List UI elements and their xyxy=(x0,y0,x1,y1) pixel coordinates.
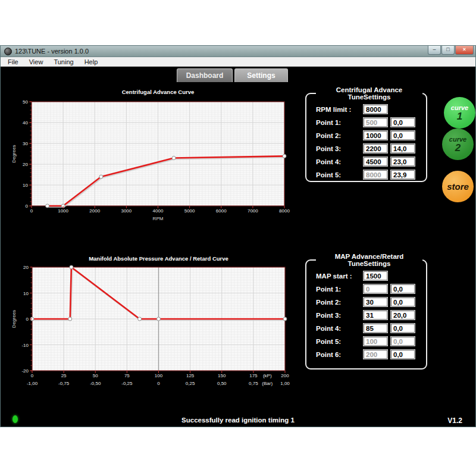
button-label: 2 xyxy=(455,143,461,153)
point-value-input[interactable] xyxy=(364,298,387,306)
point-value-input xyxy=(364,170,387,179)
svg-text:8000: 8000 xyxy=(279,208,290,214)
svg-text:5000: 5000 xyxy=(184,208,195,214)
settings-row: Point 3: xyxy=(316,310,422,320)
svg-text:RPM: RPM xyxy=(153,216,164,221)
point-label: Point 2: xyxy=(316,132,364,139)
point-value-input[interactable] xyxy=(391,131,415,140)
centrifugal-settings-fieldset: Centrifugal Advance TuneSettings RPM lim… xyxy=(305,86,427,182)
point-label: RPM limit : xyxy=(316,106,364,113)
svg-text:0: 0 xyxy=(30,208,33,214)
point-label: Point 5: xyxy=(316,171,364,178)
point-value-input[interactable] xyxy=(391,311,415,320)
point-label: Point 3: xyxy=(316,312,364,319)
map-settings-panel: MAP Advance/Retard TuneSettings MAP star… xyxy=(305,253,427,369)
point-value-input[interactable] xyxy=(391,118,415,127)
version-label: V1.2 xyxy=(447,416,462,425)
settings-row: Point 2: xyxy=(316,297,422,307)
close-icon[interactable]: × xyxy=(455,46,474,55)
point-label: Point 4: xyxy=(316,325,364,332)
point-value-input[interactable] xyxy=(391,298,415,306)
store-button[interactable]: store xyxy=(442,171,474,202)
point-value-input[interactable] xyxy=(364,324,387,333)
point-value-input xyxy=(364,350,387,359)
svg-text:7000: 7000 xyxy=(248,208,258,214)
svg-text:20: 20 xyxy=(23,162,28,167)
svg-text:-10: -10 xyxy=(21,343,29,348)
settings-row: Point 5: xyxy=(316,170,422,180)
svg-text:0: 0 xyxy=(26,203,29,209)
point-value-input[interactable] xyxy=(364,311,387,320)
point-value-input[interactable] xyxy=(391,324,415,333)
menu-item-tuning[interactable]: Tuning xyxy=(48,58,79,66)
curve-2-button[interactable]: curve2 xyxy=(442,129,474,160)
point-label: Point 1: xyxy=(316,286,364,293)
point-label: Point 4: xyxy=(316,158,364,165)
svg-text:-0,25: -0,25 xyxy=(121,381,133,386)
point-value-input[interactable] xyxy=(364,144,387,153)
button-label: curve xyxy=(451,105,468,111)
map-settings-fieldset: MAP Advance/Retard TuneSettings MAP star… xyxy=(305,253,427,369)
svg-text:125: 125 xyxy=(186,373,195,378)
svg-text:75: 75 xyxy=(124,373,130,378)
menu-item-file[interactable]: File xyxy=(2,58,24,66)
svg-text:20: 20 xyxy=(23,265,29,270)
point-value-input xyxy=(364,284,387,293)
settings-row: RPM limit : xyxy=(316,104,422,114)
menu-item-help[interactable]: Help xyxy=(79,58,104,66)
point-value-input[interactable] xyxy=(391,157,415,166)
point-value-input xyxy=(364,118,387,127)
svg-text:-0,75: -0,75 xyxy=(58,381,70,386)
svg-text:10: 10 xyxy=(23,183,28,188)
point-label: Point 5: xyxy=(316,338,364,345)
svg-text:Degrees: Degrees xyxy=(11,310,17,328)
svg-text:0,25: 0,25 xyxy=(186,381,195,386)
minimize-icon[interactable]: – xyxy=(428,46,441,55)
point-label: Point 2: xyxy=(316,299,364,306)
menu-bar: File View Tuning Help xyxy=(1,57,475,67)
settings-row: Point 6: xyxy=(316,349,422,359)
settings-row: MAP start : xyxy=(316,271,422,281)
client-area: Dashboard Settings 010002000300040005000… xyxy=(1,67,475,427)
point-value-input[interactable] xyxy=(391,170,415,179)
maximize-icon[interactable]: □ xyxy=(441,46,455,55)
point-value-input[interactable] xyxy=(391,350,415,359)
svg-text:40: 40 xyxy=(23,120,28,126)
svg-text:1000: 1000 xyxy=(58,208,68,214)
point-value-input[interactable] xyxy=(364,271,387,280)
tab-bar: Dashboard Settings xyxy=(177,68,288,82)
svg-text:(kP): (kP) xyxy=(263,373,272,378)
point-label: Point 3: xyxy=(316,145,364,152)
curve-1-button[interactable]: curve1 xyxy=(444,97,475,129)
settings-row: Point 1: xyxy=(316,117,422,127)
svg-text:200: 200 xyxy=(281,373,289,378)
settings-row: Point 4: xyxy=(316,156,422,167)
svg-text:6000: 6000 xyxy=(216,208,227,214)
svg-text:0: 0 xyxy=(31,373,34,378)
title-bar[interactable]: 123\TUNE - version 1.0.0 – □ × xyxy=(1,46,475,57)
point-label: MAP start : xyxy=(316,273,364,280)
panel-title: Centrifugal Advance TuneSettings xyxy=(316,86,422,101)
point-value-input xyxy=(364,337,387,346)
map-advance-retard-chart: 0-1,0025-0,7550-0,5075-0,2510001250,2515… xyxy=(10,253,295,396)
svg-text:50: 50 xyxy=(23,99,28,105)
svg-text:-1,00: -1,00 xyxy=(27,381,38,386)
button-label: curve xyxy=(449,136,466,143)
svg-text:50: 50 xyxy=(93,373,98,378)
svg-text:175: 175 xyxy=(249,373,258,378)
svg-text:0: 0 xyxy=(157,381,160,386)
menu-item-view[interactable]: View xyxy=(24,58,49,66)
svg-text:Manifold Absolute Pressure Adv: Manifold Absolute Pressure Advance / Ret… xyxy=(89,255,228,262)
point-value-input[interactable] xyxy=(364,157,387,166)
tab-settings[interactable]: Settings xyxy=(234,68,288,82)
svg-text:4000: 4000 xyxy=(153,208,164,214)
svg-text:100: 100 xyxy=(155,373,163,378)
tab-dashboard[interactable]: Dashboard xyxy=(177,68,233,82)
svg-text:Degrees: Degrees xyxy=(11,145,17,162)
svg-text:-20: -20 xyxy=(21,368,29,374)
button-label: 1 xyxy=(457,111,462,121)
point-value-input[interactable] xyxy=(391,144,415,153)
point-value-input[interactable] xyxy=(364,105,387,114)
point-value-input[interactable] xyxy=(364,131,387,140)
point-value-input[interactable] xyxy=(391,284,415,293)
